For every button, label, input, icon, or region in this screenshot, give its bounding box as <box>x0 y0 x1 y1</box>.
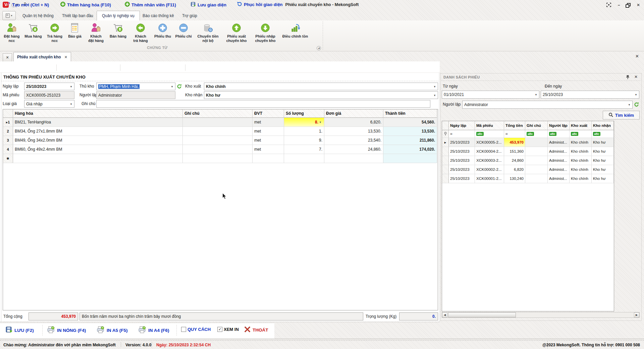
cell-ghi-chu[interactable] <box>525 156 548 165</box>
cell-tong-tien[interactable]: 130,240 <box>504 174 525 183</box>
document-tab-close-icon[interactable]: ✕ <box>64 55 67 59</box>
kho-nhan-combobox[interactable]: Kho hư ▾ <box>204 91 438 99</box>
cell-kho-nhan[interactable]: Kho hư <box>592 138 614 147</box>
cell-ma-phieu[interactable]: XCK00001-2... <box>475 174 504 183</box>
cell-tong-tien[interactable]: 151,360 <box>504 147 525 156</box>
cell-kho-nhan[interactable]: Kho hư <box>592 165 614 174</box>
new-row-cell[interactable] <box>383 154 437 163</box>
cell-ghi-chu[interactable] <box>183 136 253 145</box>
filter-kho-xuat[interactable]: aBc <box>570 130 592 138</box>
group-dialog-launcher-icon[interactable]: ◢ <box>317 46 321 50</box>
chevron-down-icon[interactable]: ▾ <box>433 85 437 88</box>
toolbar-item-chuyen-tien-noi-bo[interactable]: Chuyển tiền nội bộ <box>194 21 222 43</box>
kho-xuat-combobox[interactable]: Kho chính ▾ <box>204 83 438 90</box>
col-header-kho-xuat[interactable]: Kho xuất <box>570 121 592 130</box>
tu-ngay-datepicker[interactable]: 01/10/2021 ▾ <box>442 91 539 99</box>
col-header-ngay-lap[interactable]: Ngày lập <box>449 121 475 130</box>
cell-ghi-chu[interactable] <box>525 147 548 156</box>
checkbox-checked[interactable]: ✓ <box>217 327 222 332</box>
new-row-cell[interactable] <box>324 154 383 163</box>
cell-thanh-tien[interactable]: 54,560. <box>383 118 437 127</box>
link-them-nhan-vien[interactable]: Thêm nhân viên (F11) <box>125 2 176 8</box>
filter-kho-nhan[interactable]: aBc <box>592 130 614 138</box>
cell-ma-phieu[interactable]: XCK00005-2... <box>475 138 504 147</box>
exit-button[interactable]: THOÁT <box>244 326 268 334</box>
toolbar-item-phieu-thu[interactable]: Phiếu thu <box>152 21 173 39</box>
chevron-down-icon[interactable]: ▾ <box>534 93 538 96</box>
print-a4-button[interactable]: ? IN A4 (F6) <box>138 326 169 335</box>
col-header-ma-phieu[interactable]: Mã phiếu <box>475 121 504 130</box>
row-header[interactable]: 2 <box>3 127 13 136</box>
pin-icon[interactable] <box>626 75 630 81</box>
cell-tong-tien[interactable]: 24,860 <box>504 156 525 165</box>
cell-nguoi-lap[interactable]: Administ... <box>548 138 570 147</box>
minimize-button[interactable]: – <box>615 3 623 8</box>
filter-ngay-lap[interactable]: = <box>449 130 475 138</box>
cell-ma-phieu[interactable]: XCK00003-2... <box>475 156 504 165</box>
search-button[interactable]: Tìm kiếm <box>603 111 640 119</box>
den-ngay-datepicker[interactable]: 25/10/2023 ▾ <box>541 91 639 99</box>
refresh-nguoi-lap-icon[interactable] <box>634 102 639 108</box>
checkbox-unchecked[interactable] <box>181 327 186 332</box>
cell-ma-phieu[interactable]: XCK00002-2... <box>475 165 504 174</box>
chevron-down-icon[interactable]: ▾ <box>69 102 73 106</box>
cell-so-luong[interactable]: 9. <box>284 136 324 145</box>
row-header[interactable]: 3 <box>3 136 13 145</box>
cell-kho-nhan[interactable]: Kho hư <box>592 147 614 156</box>
loai-gia-combobox[interactable]: Giá nhập ▾ <box>24 100 74 108</box>
col-header-kho-nhan[interactable]: Kho nhận <box>592 121 614 130</box>
toolbar-item-bao-gia[interactable]: Báo giá <box>65 21 85 39</box>
cell-dvt[interactable]: met <box>253 127 284 136</box>
document-tab[interactable]: Phiếu xuất chuyển kho ✕ <box>13 52 71 62</box>
filter-nguoi-lap[interactable]: aBc <box>548 130 570 138</box>
restore-button[interactable] <box>625 3 632 8</box>
ribbon-tab-tro-giup[interactable]: Trợ giúp <box>177 11 202 20</box>
fit-window-icon[interactable] <box>605 3 612 8</box>
thu-kho-combobox[interactable]: PMH, Phạm Minh Hải, ▾ <box>96 83 175 90</box>
cell-ghi-chu[interactable] <box>183 127 253 136</box>
cell-ghi-chu[interactable] <box>183 145 253 154</box>
cell-nguoi-lap[interactable]: Administ... <box>548 147 570 156</box>
link-luu-giao-dien[interactable]: Lưu giao diện <box>191 2 226 8</box>
cell-kho-nhan[interactable]: Kho hư <box>592 174 614 183</box>
cell-ngay-lap[interactable]: 25/10/2023 <box>449 165 475 174</box>
new-row-header[interactable]: ✱ <box>3 154 13 163</box>
chevron-down-icon[interactable]: ▾ <box>318 120 322 124</box>
cell-ghi-chu[interactable] <box>525 174 548 183</box>
row-header[interactable] <box>442 174 449 183</box>
new-row-cell[interactable] <box>13 154 183 163</box>
cell-tong-tien[interactable]: 6,820 <box>504 165 525 174</box>
cell-ngay-lap[interactable]: 25/10/2023 <box>449 138 475 147</box>
cell-hang-hoa[interactable]: BM34, Ống 27x1.8mm BM <box>13 127 183 136</box>
chevron-down-icon[interactable]: ▾ <box>433 94 437 97</box>
cell-thanh-tien[interactable]: 174,020. <box>383 145 437 154</box>
xem-in-checkbox[interactable]: ✓ XEM IN <box>217 327 239 332</box>
panel-close-icon[interactable]: ✕ <box>634 74 638 79</box>
toolbar-item-ban-hang[interactable]: Bán hàng <box>107 21 129 39</box>
cell-nguoi-lap[interactable]: Administ... <box>548 174 570 183</box>
ribbon-tab-bao-cao-thong-ke[interactable]: Báo cáo thống kê <box>138 11 179 20</box>
row-header[interactable]: ▸1 <box>3 118 13 127</box>
ghi-chu-input[interactable] <box>96 100 430 108</box>
cell-kho-xuat[interactable]: Kho chính <box>570 147 592 156</box>
print-hot-button[interactable]: ? IN NÓNG (F4) <box>47 326 86 335</box>
cell-kho-nhan[interactable]: Kho hư <box>592 156 614 165</box>
toolbar-item-dieu-chinh-ton[interactable]: Điều chỉnh tồn <box>280 21 311 39</box>
ribbon-tab-quan-tri-he-thong[interactable]: Quản trị hệ thống <box>17 11 59 20</box>
row-header[interactable] <box>442 147 449 156</box>
grid-corner-header[interactable] <box>442 121 449 130</box>
cell-dvt[interactable]: met <box>253 136 284 145</box>
toolbar-item-khach-dat-hang[interactable]: Khách đặt hàng <box>85 21 107 43</box>
cell-don-gia[interactable]: 24,860. <box>324 145 383 154</box>
chevron-down-icon[interactable]: ▾ <box>627 103 631 106</box>
cell-so-luong-active[interactable]: 8. ▾ <box>284 118 324 127</box>
cell-hang-hoa[interactable]: BM60, Ống 49x2.4mm BM <box>13 145 183 154</box>
cell-don-gia[interactable]: 6,820. <box>324 118 383 127</box>
close-button[interactable]: ✕ <box>635 3 642 8</box>
grid-corner-header[interactable] <box>3 109 13 118</box>
row-header[interactable]: 4 <box>3 145 13 154</box>
ribbon-tab-thiet-lap-ban-dau[interactable]: Thiết lập ban đầu <box>57 11 98 20</box>
application-menu-button[interactable]: ▾ <box>2 11 16 20</box>
col-header-tong-tien[interactable]: Tổng tiền <box>504 121 525 130</box>
cell-ghi-chu[interactable] <box>525 165 548 174</box>
